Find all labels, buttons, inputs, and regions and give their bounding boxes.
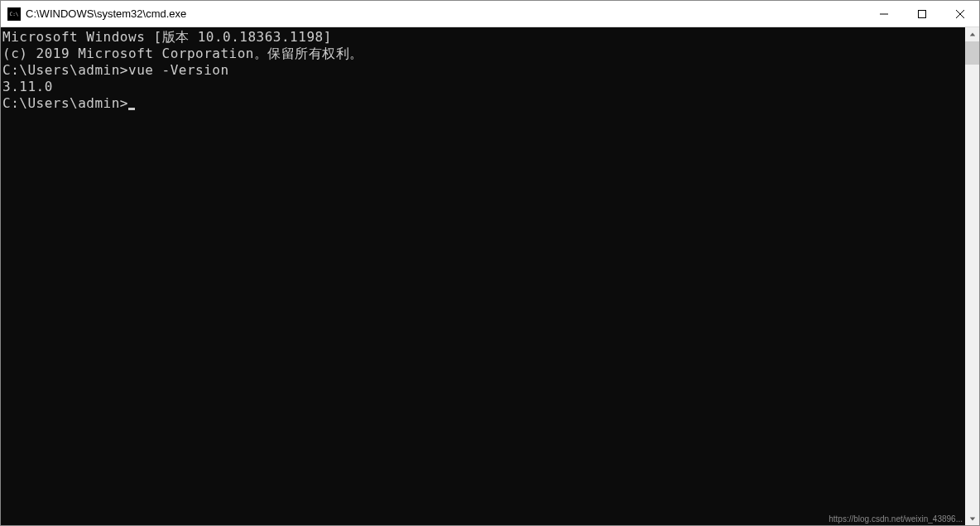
- minimize-button[interactable]: [865, 1, 903, 27]
- close-button[interactable]: [941, 1, 979, 27]
- window-title: C:\WINDOWS\system32\cmd.exe: [26, 7, 865, 20]
- scroll-track[interactable]: [965, 41, 979, 511]
- console-line: (c) 2019 Microsoft Corporation。保留所有权利。: [2, 46, 965, 62]
- scroll-down-button[interactable]: [965, 511, 979, 525]
- svg-rect-1: [919, 10, 926, 17]
- prompt: C:\Users\admin>: [2, 62, 128, 78]
- console-line: Microsoft Windows [版本 10.0.18363.1198]: [2, 29, 965, 46]
- app-icon: [7, 7, 21, 21]
- cursor-icon: [128, 108, 135, 110]
- cmd-window: C:\WINDOWS\system32\cmd.exe Microsoft Wi…: [0, 0, 980, 526]
- window-controls: [865, 1, 979, 27]
- maximize-button[interactable]: [903, 1, 941, 27]
- content-area: Microsoft Windows [版本 10.0.18363.1198](c…: [1, 27, 979, 525]
- command: vue -Version: [128, 62, 229, 78]
- console-line: C:\Users\admin>vue -Version: [2, 62, 965, 79]
- scroll-up-button[interactable]: [965, 27, 979, 41]
- scroll-thumb[interactable]: [965, 41, 979, 65]
- console-line: C:\Users\admin>: [2, 95, 965, 112]
- console-output[interactable]: Microsoft Windows [版本 10.0.18363.1198](c…: [1, 27, 965, 525]
- console-line: 3.11.0: [2, 79, 965, 95]
- vertical-scrollbar[interactable]: [965, 27, 979, 525]
- titlebar[interactable]: C:\WINDOWS\system32\cmd.exe: [1, 1, 979, 27]
- prompt: C:\Users\admin>: [2, 95, 128, 111]
